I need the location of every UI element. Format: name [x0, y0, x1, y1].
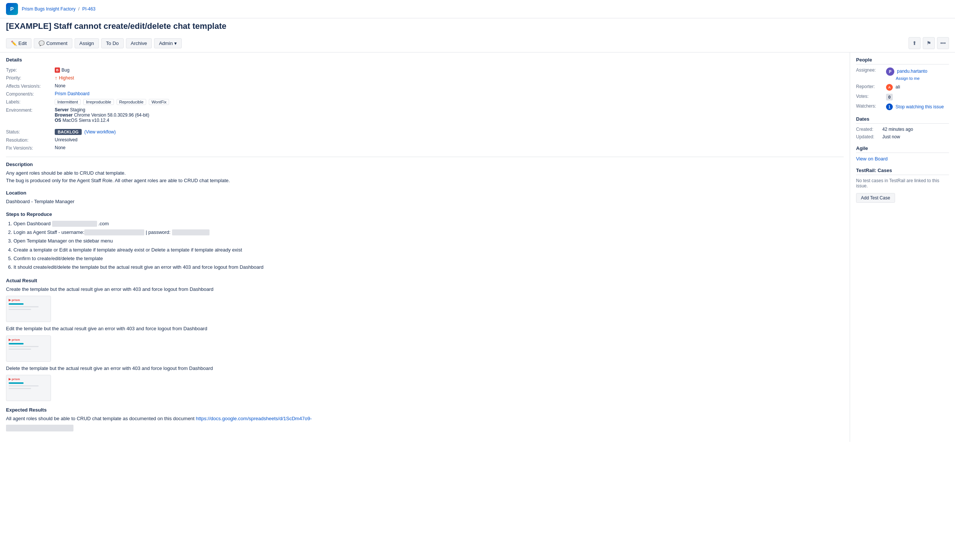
fix-versions-value: None [55, 145, 844, 151]
assign-label: Assign [80, 41, 94, 46]
watcher-badge: 1 [886, 103, 893, 110]
environment-label: Environment: [6, 107, 55, 123]
description-line-1: Any agent roles should be able to CRUD c… [6, 169, 844, 177]
description-title: Description [6, 161, 844, 167]
comment-button[interactable]: 💬 Comment [34, 38, 72, 48]
watchers-label: Watchers: [856, 103, 886, 110]
fix-versions-label: Fix Version/s: [6, 145, 55, 151]
status-badge: BACKLOG [55, 129, 82, 135]
project-header: P Prism Bugs Insight Factory / PI-463 [0, 0, 955, 18]
environment-value: Server Staging Browser Chrome Version 58… [55, 107, 844, 123]
component-link[interactable]: Prism Dashboard [55, 91, 89, 96]
breadcrumb: Prism Bugs Insight Factory / PI-463 [22, 6, 96, 12]
admin-label: Admin [159, 41, 173, 46]
expected-results-title: Expected Results [6, 407, 844, 413]
feedback-button[interactable]: ⚑ [923, 37, 935, 49]
breadcrumb-separator: / [78, 6, 80, 12]
breadcrumb-project-link[interactable]: Prism Bugs Insight Factory [22, 6, 75, 12]
comment-label: Comment [46, 41, 67, 46]
label-intermittent: Intermittent [55, 99, 81, 105]
chevron-down-icon: ▾ [174, 41, 177, 46]
screenshot-3[interactable]: ▶ prism [6, 375, 51, 401]
admin-button[interactable]: Admin ▾ [154, 38, 182, 48]
todo-label: To Do [106, 41, 119, 46]
todo-button[interactable]: To Do [101, 38, 124, 48]
updated-label: Updated: [856, 134, 882, 139]
edit-label: Edit [18, 41, 27, 46]
labels-value: Intermittent Irreproducible Reproducible… [55, 99, 844, 105]
thumb-bar-1 [9, 303, 23, 305]
screenshot-1[interactable]: ▶ prism [6, 296, 51, 322]
expected-results-link[interactable]: https://docs.google.com/spreadsheets/d/1… [196, 416, 312, 421]
details-grid: Type: B Bug Priority: ↑ Highest Affects … [6, 67, 844, 123]
location-section: Location Dashboard - Template Manager [6, 190, 844, 205]
steps-section: Steps to Reproduce Open Dashboard .com L… [6, 211, 844, 272]
server-label: Server [55, 107, 69, 113]
updated-value: Just now [882, 134, 949, 139]
actual-result-title: Actual Result [6, 278, 844, 283]
main-content: Details Type: B Bug Priority: ↑ Highest [0, 53, 850, 442]
type-text: Bug [61, 67, 69, 73]
step-4: Create a template or Edit a template if … [14, 246, 844, 254]
actual-result-caption-2: Edit the template but the actual result … [6, 325, 844, 333]
step-2-password [172, 229, 210, 235]
reporter-avatar: A [886, 84, 893, 91]
os-value: MacOS Sierra v10.12.4 [63, 118, 110, 123]
label-wontfix: WontFix [149, 99, 169, 105]
edit-button[interactable]: ✏️ Edit [6, 38, 31, 48]
server-value: Staging [70, 107, 85, 113]
agile-section: Agile View on Board [856, 145, 949, 161]
location-value: Dashboard - Template Manager [6, 198, 844, 205]
more-options-button[interactable]: ••• [937, 37, 949, 49]
assign-button[interactable]: Assign [75, 38, 99, 48]
status-value: BACKLOG (View workflow) [55, 129, 844, 135]
votes-label: Votes: [856, 94, 886, 100]
priority-value: ↑ Highest [55, 75, 844, 81]
people-section: People Assignee: P pandu.hartanto Assign… [856, 57, 949, 110]
action-bar: ✏️ Edit 💬 Comment Assign To Do Archive A… [0, 36, 955, 53]
votes-badge: 0 [886, 94, 893, 100]
agile-title: Agile [856, 145, 949, 153]
assignee-avatar: P [886, 67, 894, 76]
assign-me-link[interactable]: Assign to me [896, 76, 920, 81]
step-6: It should create/edit/delete the templat… [14, 263, 844, 271]
archive-button[interactable]: Archive [126, 38, 152, 48]
affects-value: None [55, 83, 844, 89]
resolution-value: Unresolved [55, 137, 844, 143]
view-on-board-link[interactable]: View on Board [856, 156, 888, 161]
share-button[interactable]: ⬆ [908, 37, 921, 49]
archive-label: Archive [131, 41, 147, 46]
created-label: Created: [856, 127, 882, 132]
project-logo: P [6, 3, 18, 15]
assignee-link[interactable]: pandu.hartanto [897, 69, 927, 74]
view-workflow-link[interactable]: (View workflow) [85, 129, 116, 135]
step-1-input [52, 221, 97, 227]
watchers-value: 1 Stop watching this issue [886, 103, 949, 110]
type-value: B Bug [55, 67, 844, 73]
add-test-case-button[interactable]: Add Test Case [856, 193, 895, 203]
details-title: Details [6, 57, 844, 64]
issue-title: [EXAMPLE] Staff cannot create/edit/delet… [6, 21, 949, 31]
breadcrumb-issue-link[interactable]: PI-463 [82, 6, 95, 12]
reporter-value: A ali [886, 84, 949, 91]
reporter-name: ali [896, 84, 900, 89]
expected-results-body: All agent roles should be able to CRUD c… [6, 416, 196, 421]
thumb-logo-2: ▶ prism [9, 338, 20, 341]
dates-section: Dates Created: 42 minutes ago Updated: J… [856, 116, 949, 139]
thumb-bar-3 [9, 382, 23, 384]
thumb-bar-2 [9, 343, 23, 344]
assignee-value: P pandu.hartanto Assign to me [886, 67, 949, 81]
steps-title: Steps to Reproduce [6, 211, 844, 217]
thumb-line-2 [9, 309, 31, 310]
resolution-label: Resolution: [6, 137, 55, 143]
step-3: Open Template Manager on the sidebar men… [14, 236, 844, 245]
label-reproducible: Reproducible [117, 99, 146, 105]
people-grid: Assignee: P pandu.hartanto Assign to me … [856, 67, 949, 110]
components-value: Prism Dashboard [55, 91, 844, 97]
description-line-2: The bug is produced only for the Agent S… [6, 177, 844, 185]
assignee-label: Assignee: [856, 67, 886, 81]
thumb-line-6 [9, 388, 31, 389]
browser-label: Browser [55, 113, 73, 118]
stop-watching-link[interactable]: Stop watching this issue [896, 104, 944, 109]
screenshot-2[interactable]: ▶ prism [6, 335, 51, 362]
